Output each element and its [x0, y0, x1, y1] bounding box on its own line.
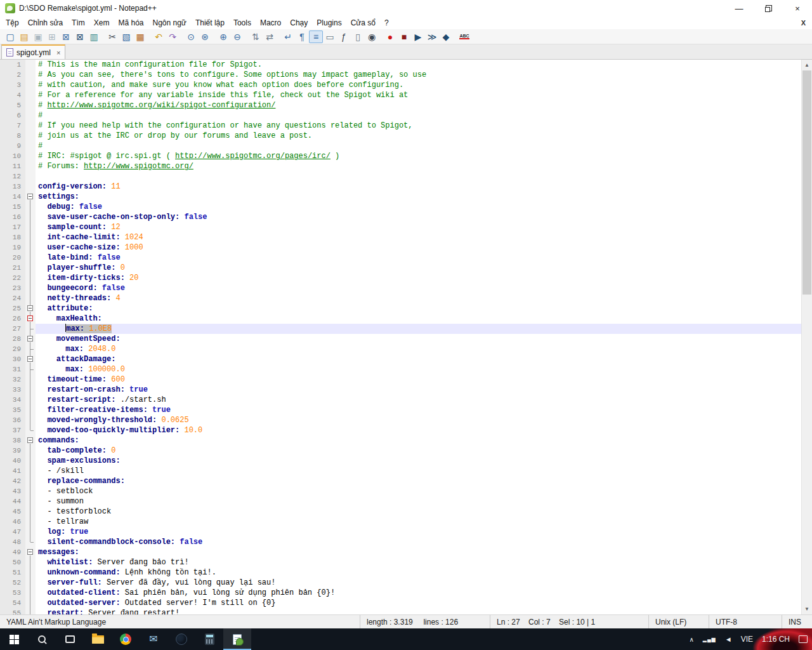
line-number[interactable]: 36 — [0, 415, 25, 425]
paste-icon[interactable]: ▦ — [133, 30, 147, 43]
line-number[interactable]: 2 — [0, 70, 25, 80]
notepadpp-taskbar-button[interactable] — [223, 628, 251, 650]
editor-line-22[interactable]: 22 item-dirty-ticks: 20 — [0, 273, 801, 283]
fold-toggle-icon[interactable] — [25, 547, 36, 557]
editor-line-7[interactable]: 7# If you need help with the configurati… — [0, 121, 801, 131]
editor-line-37[interactable]: 37 moved-too-quickly-multiplier: 10.0 — [0, 425, 801, 435]
editor-line-53[interactable]: 53 outdated-client: Sai phiên bản, vui l… — [0, 588, 801, 598]
line-number[interactable]: 34 — [0, 395, 25, 405]
search-button[interactable] — [28, 628, 56, 650]
menu-close-document-button[interactable]: X — [795, 19, 812, 27]
editor-line-18[interactable]: 18 int-cache-limit: 1024 — [0, 232, 801, 242]
editor-line-19[interactable]: 19 user-cache-size: 1000 — [0, 242, 801, 253]
editor-line-1[interactable]: 1# This is the main configuration file f… — [0, 60, 801, 70]
language-indicator[interactable]: VIE — [737, 635, 757, 644]
editor-line-16[interactable]: 16 save-user-cache-on-stop-only: false — [0, 212, 801, 222]
document-map-icon[interactable]: ▯ — [351, 30, 365, 43]
fold-toggle-icon[interactable] — [25, 314, 36, 324]
mail-button[interactable]: ✉ — [140, 628, 167, 650]
editor-line-51[interactable]: 51 unknown-command: Lệnh không tồn tại!. — [0, 567, 801, 578]
line-number[interactable]: 24 — [0, 293, 25, 303]
maximize-button[interactable] — [754, 0, 783, 17]
start-button[interactable] — [0, 628, 28, 650]
task-view-button[interactable] — [56, 628, 84, 650]
line-number[interactable]: 37 — [0, 425, 25, 435]
copy-icon[interactable]: ▧ — [119, 30, 133, 43]
menu-item-4[interactable]: Mã hóa — [114, 17, 148, 29]
menu-item-12[interactable]: ? — [380, 17, 393, 29]
editor-line-38[interactable]: 38commands: — [0, 435, 801, 446]
calculator-button[interactable] — [195, 628, 223, 650]
editor-line-34[interactable]: 34 restart-script: ./start.sh — [0, 395, 801, 405]
tab-spigot-yml[interactable]: spigot.yml × — [1, 44, 65, 59]
tray-chevron-icon[interactable]: ∧ — [684, 636, 698, 643]
line-number[interactable]: 52 — [0, 578, 25, 588]
status-insert-mode[interactable]: INS — [782, 615, 812, 628]
line-number[interactable]: 47 — [0, 527, 25, 537]
line-number[interactable]: 6 — [0, 110, 25, 121]
editor-line-48[interactable]: 48 silent-commandblock-console: false — [0, 537, 801, 547]
fold-toggle-icon[interactable] — [25, 354, 36, 364]
sync-vertical-icon[interactable]: ⇅ — [249, 30, 263, 43]
close-all-icon[interactable]: ⊠ — [73, 30, 87, 43]
fold-toggle-icon[interactable] — [25, 192, 36, 202]
editor-line-54[interactable]: 54 outdated-server: Outdated server! I'm… — [0, 598, 801, 608]
editor[interactable]: 1# This is the main configuration file f… — [0, 60, 812, 614]
editor-line-24[interactable]: 24 netty-threads: 4 — [0, 293, 801, 303]
line-number[interactable]: 19 — [0, 242, 25, 253]
menu-item-6[interactable]: Thiết lập — [191, 17, 229, 29]
menu-item-5[interactable]: Ngôn ngữ — [148, 17, 190, 29]
editor-line-40[interactable]: 40 spam-exclusions: — [0, 456, 801, 466]
editor-line-11[interactable]: 11# Forums: http://www.spigotmc.org/ — [0, 161, 801, 171]
line-number[interactable]: 18 — [0, 232, 25, 242]
tab-close-icon[interactable]: × — [56, 49, 60, 56]
minimize-button[interactable]: — — [724, 0, 754, 17]
line-number[interactable]: 27 — [0, 324, 25, 334]
line-number[interactable]: 30 — [0, 354, 25, 364]
line-number[interactable]: 7 — [0, 121, 25, 131]
editor-line-26[interactable]: 26 maxHealth: — [0, 314, 801, 324]
new-file-icon[interactable]: ▢ — [3, 30, 17, 43]
editor-line-55[interactable]: 55 restart: Server đang restart! — [0, 608, 801, 614]
line-number[interactable]: 25 — [0, 303, 25, 314]
fold-toggle-icon[interactable] — [25, 435, 36, 446]
line-number[interactable]: 48 — [0, 537, 25, 547]
line-number[interactable]: 32 — [0, 375, 25, 385]
line-number[interactable]: 50 — [0, 557, 25, 567]
line-number[interactable]: 49 — [0, 547, 25, 557]
print-icon[interactable]: ▥ — [87, 30, 101, 43]
line-number[interactable]: 10 — [0, 151, 25, 161]
line-number[interactable]: 26 — [0, 314, 25, 324]
scroll-up-button[interactable]: ▲ — [802, 60, 812, 70]
menu-item-9[interactable]: Chạy — [285, 17, 312, 29]
line-number[interactable]: 22 — [0, 273, 25, 283]
line-number[interactable]: 16 — [0, 212, 25, 222]
menu-item-10[interactable]: Plugins — [312, 17, 346, 29]
user-dialog-icon[interactable]: ▭ — [323, 30, 337, 43]
menu-item-7[interactable]: Tools — [229, 17, 256, 29]
run-macro-multiple-icon[interactable]: ≫ — [425, 30, 439, 43]
status-eol[interactable]: Unix (LF) — [648, 615, 709, 628]
indent-guide-icon[interactable]: ≡ — [309, 30, 323, 43]
menu-item-0[interactable]: Tệp — [1, 17, 23, 29]
line-number[interactable]: 17 — [0, 222, 25, 232]
sync-horizontal-icon[interactable]: ⇄ — [263, 30, 277, 43]
editor-line-12[interactable]: 12 — [0, 171, 801, 182]
editor-line-46[interactable]: 46 - tellraw — [0, 517, 801, 527]
line-number[interactable]: 35 — [0, 405, 25, 415]
replace-icon[interactable]: ⊛ — [198, 30, 212, 43]
monitoring-icon[interactable]: ◉ — [365, 30, 379, 43]
zoom-out-icon[interactable]: ⊖ — [230, 30, 244, 43]
editor-line-9[interactable]: 9# — [0, 141, 801, 151]
line-number[interactable]: 44 — [0, 496, 25, 507]
editor-line-49[interactable]: 49messages: — [0, 547, 801, 557]
line-number[interactable]: 53 — [0, 588, 25, 598]
editor-line-29[interactable]: 29 max: 2048.0 — [0, 344, 801, 354]
pinned-dark-app-button[interactable] — [167, 628, 195, 650]
editor-line-14[interactable]: 14settings: — [0, 192, 801, 202]
editor-line-44[interactable]: 44 - summon — [0, 496, 801, 507]
editor-line-36[interactable]: 36 moved-wrongly-threshold: 0.0625 — [0, 415, 801, 425]
function-list-icon[interactable]: ƒ — [337, 30, 351, 43]
line-number[interactable]: 55 — [0, 608, 25, 614]
close-file-icon[interactable]: ⊠ — [59, 30, 73, 43]
